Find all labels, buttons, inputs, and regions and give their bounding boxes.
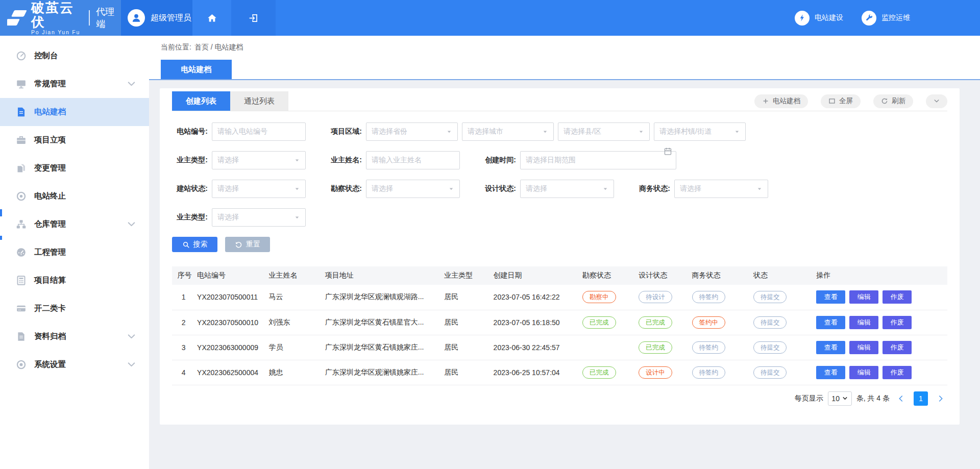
logo-icon [7,8,29,28]
void-button[interactable]: 作废 [883,366,912,379]
cell-actions: 查看编辑作废 [814,360,947,385]
sidebar-item-project-approval[interactable]: 项目立项 [0,126,149,154]
table-row: 1YX2023070500011马云广东深圳龙华区观澜镇观湖路...居民2023… [172,285,947,310]
caret-down-icon [602,186,608,192]
sidebar-item-station-archive[interactable]: 电站建档 [0,98,149,126]
cell-status: 待提交 [751,360,814,385]
filter-group-survey-status: 勘察状态:请选择 [326,180,460,198]
prev-page-button[interactable] [894,394,908,403]
void-button[interactable]: 作废 [883,341,912,354]
logout-button[interactable] [231,0,276,36]
station-table: 序号电站编号业主姓名项目地址业主类型创建日期勘察状态设计状态商务状态状态操作 1… [172,266,947,385]
wrench-icon [862,11,876,26]
survey-status-select[interactable]: 请选择 [366,180,460,198]
sidebar-item-system-settings[interactable]: 系统设置 [0,351,149,379]
monitor-icon [16,79,27,89]
next-page-button[interactable] [934,394,947,403]
void-button[interactable]: 作废 [883,290,912,304]
user-section[interactable]: 超级管理员 [121,0,192,36]
tab-passed-list[interactable]: 通过列表 [230,91,288,111]
column-header: 商务状态 [690,266,751,285]
table-row: 3YX2023063000009学员广东深圳龙华区黄石镇姚家庄...居民2023… [172,335,947,360]
placeholder-text: 请选择 [372,184,445,193]
sidebar-item-label: 电站建档 [34,107,137,117]
search-button[interactable]: 搜索 [172,237,217,252]
cell-index: 4 [172,360,195,385]
province-select[interactable]: 请选择省份 [366,122,458,141]
disc-icon [16,191,27,202]
placeholder-text: 请选择村镇/街道 [659,127,731,136]
reset-button[interactable]: 重置 [225,237,270,252]
cell-actions: 查看编辑作废 [814,285,947,310]
edit-button[interactable]: 编辑 [849,366,878,379]
create-station-button[interactable]: 电站建档 [754,94,808,108]
filter-label: 业主类型: [172,156,208,165]
build-status-select[interactable]: 请选择 [212,180,306,198]
sitemap-icon [16,219,27,230]
placeholder-text: 请输入电站编号 [217,127,300,136]
nav-monitor-ops[interactable]: 监控运维 [862,11,910,26]
cell-business-status: 待签约 [690,335,751,360]
sidebar-item-open-card[interactable]: 开二类卡 [0,294,149,323]
refresh-button[interactable]: 刷新 [873,94,913,108]
owner-type-2-select[interactable]: 请选择 [212,208,306,227]
station-code-input[interactable]: 请输入电站编号 [212,122,306,141]
sidebar-item-station-stop[interactable]: 电站终止 [0,182,149,210]
cell-survey-status: 已完成 [580,360,636,385]
nav-station-build[interactable]: 电站建设 [795,11,843,26]
chevron-down-icon [126,79,137,89]
sidebar-item-change-mgmt[interactable]: 变更管理 [0,154,149,182]
scroll-indicator [0,209,2,216]
cell-status: 待提交 [751,285,814,310]
sidebar-item-console[interactable]: 控制台 [0,42,149,70]
per-page-select[interactable]: 10 [828,391,852,406]
owner-type-select[interactable]: 请选择 [212,151,306,169]
chevron-down-icon [933,97,940,105]
button-label: 电站建档 [773,96,800,106]
sidebar-item-data-archive[interactable]: 资料归档 [0,323,149,351]
cell-index: 3 [172,335,195,360]
cell-actions: 查看编辑作废 [814,310,947,335]
sidebar-item-engineering-mgmt[interactable]: 工程管理 [0,238,149,266]
edit-button[interactable]: 编辑 [849,341,878,354]
caret-down-icon [294,214,300,220]
design-status-select[interactable]: 请选择 [520,180,614,198]
sidebar-item-general-mgmt[interactable]: 常规管理 [0,70,149,98]
cell-owner-type: 居民 [442,335,491,360]
page-1-button[interactable]: 1 [914,391,928,406]
collapse-button[interactable] [926,94,947,108]
status-status-badge: 待提交 [753,291,787,303]
view-button[interactable]: 查看 [816,341,845,354]
edit-button[interactable]: 编辑 [849,290,878,304]
county-select[interactable]: 请选择县/区 [558,122,650,141]
sidebar-item-label: 项目立项 [34,135,137,145]
tab-create-list[interactable]: 创建列表 [172,91,230,111]
city-select[interactable]: 请选择城市 [462,122,554,141]
chevron-down-icon [842,396,848,401]
pagination: 每页显示 10 条, 共 4 条 1 [172,391,947,406]
cell-created-date: 2023-07-05 16:42:22 [492,285,580,310]
cell-business-status: 待签约 [690,360,751,385]
sidebar-item-warehouse-mgmt[interactable]: 仓库管理 [0,210,149,238]
cell-design-status: 设计中 [636,360,690,385]
status-status-badge: 待提交 [753,316,787,329]
create-time-input[interactable]: 请选择日期范围 [520,151,676,169]
fullscreen-button[interactable]: 全屏 [821,94,861,108]
app-window: 破茧云伏 Po Jian Yun Fu 代理端 超级管理员 电站建设 监控运维 … [0,0,980,469]
survey-status-badge: 勘察中 [582,291,616,303]
void-button[interactable]: 作废 [883,316,912,329]
view-button[interactable]: 查看 [816,316,845,329]
owner-name-input[interactable]: 请输入业主姓名 [366,151,460,169]
cell-station-code: YX2023070500010 [195,310,266,335]
filter-row: 业主类型:请选择业主姓名:请输入业主姓名创建时间:请选择日期范围 [172,151,947,169]
page-tab-station-archive[interactable]: 电站建档 [161,60,232,79]
sidebar-item-project-settle[interactable]: 项目结算 [0,266,149,294]
town-select[interactable]: 请选择村镇/街道 [654,122,746,141]
breadcrumb-label: 当前位置: [161,43,191,53]
list-tabs: 创建列表 通过列表 [172,91,288,111]
edit-button[interactable]: 编辑 [849,316,878,329]
view-button[interactable]: 查看 [816,366,845,379]
view-button[interactable]: 查看 [816,290,845,304]
home-button[interactable] [192,0,231,36]
business-status-select[interactable]: 请选择 [674,180,768,198]
